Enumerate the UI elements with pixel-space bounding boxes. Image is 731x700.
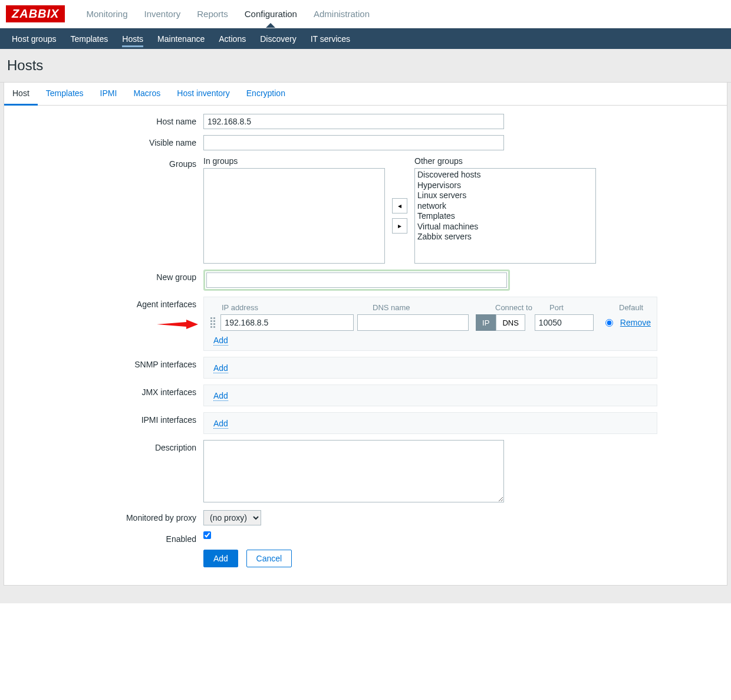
tab-macros[interactable]: Macros [125,83,169,105]
add-snmp-interface-link[interactable]: Add [213,363,228,373]
description-textarea[interactable] [203,440,504,502]
subnav-discovery[interactable]: Discovery [253,29,303,48]
label-visible-name: Visible name [10,135,203,147]
topnav-reports[interactable]: Reports [189,1,236,27]
label-host-name: Host name [10,114,203,126]
group-option[interactable]: Hypervisors [417,180,593,191]
label-description: Description [10,440,203,452]
top-nav: Monitoring Inventory Reports Configurati… [78,1,378,27]
logo: ZABBIX [6,5,65,22]
topbar: ZABBIX Monitoring Inventory Reports Conf… [0,0,731,28]
header-dns-name: DNS name [373,303,495,312]
subnav-templates[interactable]: Templates [63,29,115,48]
connect-ip-button[interactable]: IP [476,314,496,331]
group-option[interactable]: Linux servers [417,190,593,201]
remove-interface-link[interactable]: Remove [620,318,651,327]
label-jmx-interfaces: JMX interfaces [10,384,203,397]
default-interface-radio[interactable] [605,319,613,327]
label-ipmi-interfaces: IPMI interfaces [10,412,203,425]
subnav-hosts[interactable]: Hosts [115,29,150,48]
in-groups-listbox[interactable] [203,168,385,264]
header-connect-to: Connect to [495,303,549,312]
label-other-groups: Other groups [414,156,463,166]
tab-host[interactable]: Host [4,83,38,106]
move-right-button[interactable]: ▸ [392,218,407,234]
tab-templates[interactable]: Templates [38,83,92,105]
agent-dns-input[interactable] [357,314,469,331]
label-monitored-by-proxy: Monitored by proxy [10,510,203,522]
subnav-host-groups[interactable]: Host groups [5,29,63,48]
label-in-groups: In groups [203,156,414,166]
page-header: Hosts [0,49,731,83]
label-new-group: New group [10,270,203,282]
new-group-input[interactable] [206,272,507,288]
label-snmp-interfaces: SNMP interfaces [10,357,203,369]
agent-ip-input[interactable] [220,314,354,331]
drag-handle-icon[interactable] [210,317,218,328]
header-default: Default [619,303,643,312]
group-option[interactable]: Discovered hosts [417,170,593,180]
add-agent-interface-link[interactable]: Add [213,336,228,346]
tab-ipmi[interactable]: IPMI [92,83,126,105]
sub-nav: Host groups Templates Hosts Maintenance … [0,28,731,49]
add-button[interactable]: Add [203,550,238,567]
tab-encryption[interactable]: Encryption [238,83,294,105]
label-enabled: Enabled [10,531,203,544]
visible-name-input[interactable] [203,135,504,150]
annotation-arrow-icon [157,318,198,330]
subnav-actions[interactable]: Actions [212,29,253,48]
topnav-administration[interactable]: Administration [305,1,378,27]
topnav-monitoring[interactable]: Monitoring [78,1,136,27]
group-option[interactable]: Virtual machines [417,222,593,232]
add-ipmi-interface-link[interactable]: Add [213,419,228,429]
enabled-checkbox[interactable] [203,531,211,539]
group-option[interactable]: network [417,201,593,212]
cancel-button[interactable]: Cancel [246,550,292,567]
tab-host-inventory[interactable]: Host inventory [169,83,238,105]
header-port: Port [549,303,619,312]
agent-port-input[interactable] [535,314,594,331]
label-groups: Groups [10,156,203,169]
other-groups-listbox[interactable]: Discovered hosts Hypervisors Linux serve… [414,168,596,264]
connect-dns-button[interactable]: DNS [496,314,525,331]
group-option[interactable]: Templates [417,211,593,222]
move-left-button[interactable]: ◂ [392,198,407,213]
add-jmx-interface-link[interactable]: Add [213,391,228,401]
topnav-inventory[interactable]: Inventory [136,1,189,27]
host-name-input[interactable] [203,114,504,129]
label-agent-interfaces: Agent interfaces [10,297,203,309]
page-title: Hosts [7,57,724,74]
form-tabs: Host Templates IPMI Macros Host inventor… [4,83,727,106]
header-ip-address: IP address [222,303,373,312]
proxy-select[interactable]: (no proxy) [203,510,261,525]
subnav-it-services[interactable]: IT services [304,29,357,48]
group-option[interactable]: Zabbix servers [417,232,593,242]
topnav-configuration[interactable]: Configuration [236,1,305,27]
svg-marker-0 [157,320,198,329]
subnav-maintenance[interactable]: Maintenance [150,29,212,48]
